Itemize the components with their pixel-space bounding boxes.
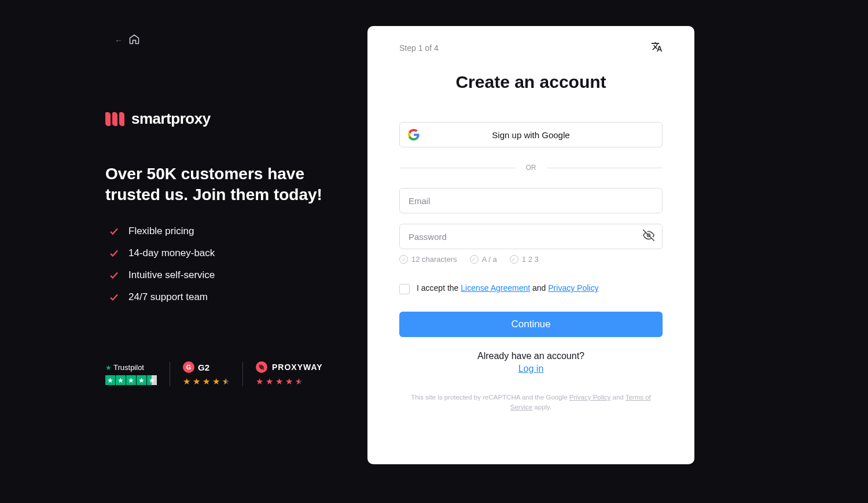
- g2-logo-icon: G: [183, 361, 194, 373]
- trustpilot-label: Trustpilot: [113, 363, 144, 372]
- check-icon: [109, 248, 119, 258]
- google-signup-button[interactable]: Sign up with Google: [399, 122, 663, 147]
- back-arrow-icon: ←: [115, 36, 123, 45]
- card-title: Create an account: [399, 72, 663, 92]
- google-signup-label: Sign up with Google: [492, 130, 569, 140]
- check-icon: [109, 292, 119, 302]
- brand-logo: smartproxy: [105, 110, 337, 128]
- trustpilot-rating-icon: ★★★★★: [105, 375, 157, 385]
- step-indicator: Step 1 of 4: [399, 43, 439, 53]
- check-circle-icon: ✓: [470, 255, 479, 264]
- trustpilot-star-icon: ★: [105, 364, 112, 372]
- check-icon: [109, 226, 119, 236]
- benefit-item: Intuitive self-service: [109, 269, 337, 281]
- password-input[interactable]: [399, 224, 663, 249]
- benefit-item: 24/7 support team: [109, 291, 337, 303]
- signup-card: Step 1 of 4 Create an account Sign up wi…: [367, 26, 694, 464]
- login-link[interactable]: Log in: [399, 364, 663, 374]
- pw-req-label: 12 characters: [411, 255, 457, 264]
- reviews-row: ★ Trustpilot ★★★★★ G G2 ★★★★★ PROXYWAY ★…: [105, 361, 336, 387]
- check-icon: [109, 270, 119, 280]
- google-logo-icon: [408, 129, 420, 140]
- consent-checkbox[interactable]: [399, 284, 410, 294]
- home-icon: [128, 34, 140, 47]
- proxyway-logo-icon: [256, 361, 267, 373]
- benefit-label: 14-day money-back: [128, 247, 215, 259]
- login-prompt: Already have an account? Log in: [399, 351, 663, 374]
- email-input[interactable]: [399, 188, 663, 213]
- consent-row: I accept the License Agreement and Priva…: [399, 283, 663, 294]
- continue-button[interactable]: Continue: [399, 312, 663, 337]
- headline: Over 50K customers have trusted us. Join…: [105, 164, 337, 206]
- check-circle-icon: ✓: [510, 255, 518, 264]
- marketing-panel: smartproxy Over 50K customers have trust…: [105, 110, 337, 313]
- benefit-item: Flexible pricing: [109, 225, 337, 237]
- consent-text: I accept the License Agreement and Priva…: [417, 283, 598, 293]
- trustpilot-review: ★ Trustpilot ★★★★★: [105, 363, 170, 385]
- proxyway-label: PROXYWAY: [272, 363, 323, 372]
- g2-review: G G2 ★★★★★: [170, 361, 242, 387]
- benefit-label: Flexible pricing: [128, 225, 194, 237]
- g2-label: G2: [198, 363, 209, 372]
- benefit-label: Intuitive self-service: [128, 269, 215, 281]
- proxyway-review: PROXYWAY ★★★★★: [243, 361, 336, 387]
- recaptcha-notice: This site is protected by reCAPTCHA and …: [399, 393, 663, 413]
- recaptcha-privacy-link[interactable]: Privacy Policy: [569, 394, 611, 401]
- brand-name: smartproxy: [131, 110, 211, 128]
- pw-req-label: A / a: [482, 255, 497, 264]
- language-icon[interactable]: [651, 41, 663, 55]
- or-divider: OR: [399, 164, 663, 172]
- benefit-label: 24/7 support team: [128, 291, 208, 303]
- g2-rating-icon: ★★★★★: [183, 376, 230, 387]
- check-circle-icon: ✓: [399, 255, 408, 264]
- pw-req-label: 1 2 3: [522, 255, 539, 264]
- or-label: OR: [526, 164, 536, 172]
- benefit-item: 14-day money-back: [109, 247, 337, 259]
- eye-off-icon[interactable]: [643, 230, 654, 243]
- proxyway-rating-icon: ★★★★★: [256, 376, 323, 387]
- license-agreement-link[interactable]: License Agreement: [461, 283, 530, 293]
- privacy-policy-link[interactable]: Privacy Policy: [548, 283, 598, 293]
- logo-mark-icon: [105, 112, 124, 126]
- password-requirements: ✓12 characters ✓A / a ✓1 2 3: [399, 255, 663, 264]
- benefits-list: Flexible pricing 14-day money-back Intui…: [105, 225, 337, 303]
- back-home-link[interactable]: ←: [115, 34, 140, 47]
